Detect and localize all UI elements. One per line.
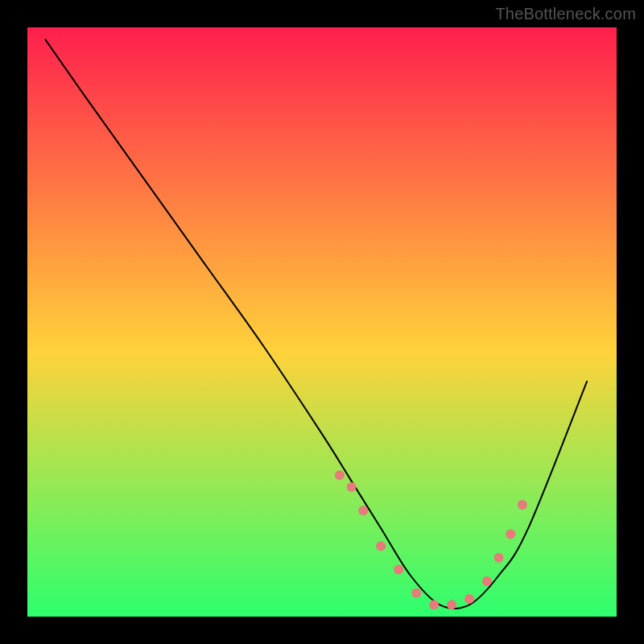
highlight-dot xyxy=(464,594,474,604)
highlight-dot xyxy=(335,470,345,480)
chart-svg xyxy=(0,0,644,644)
highlight-dot xyxy=(358,506,368,515)
highlight-dot xyxy=(447,600,456,609)
highlight-dot xyxy=(411,588,421,598)
highlight-dot xyxy=(347,482,357,492)
highlight-dot xyxy=(506,530,515,539)
chart-stage: TheBottleneck.com xyxy=(0,0,644,644)
highlight-dot xyxy=(518,500,527,510)
highlight-dot xyxy=(376,541,386,551)
highlight-dot xyxy=(394,564,403,574)
highlight-dot xyxy=(482,576,492,586)
watermark-text: TheBottleneck.com xyxy=(495,5,636,23)
highlight-dot xyxy=(429,600,439,609)
highlight-dot xyxy=(494,553,504,563)
